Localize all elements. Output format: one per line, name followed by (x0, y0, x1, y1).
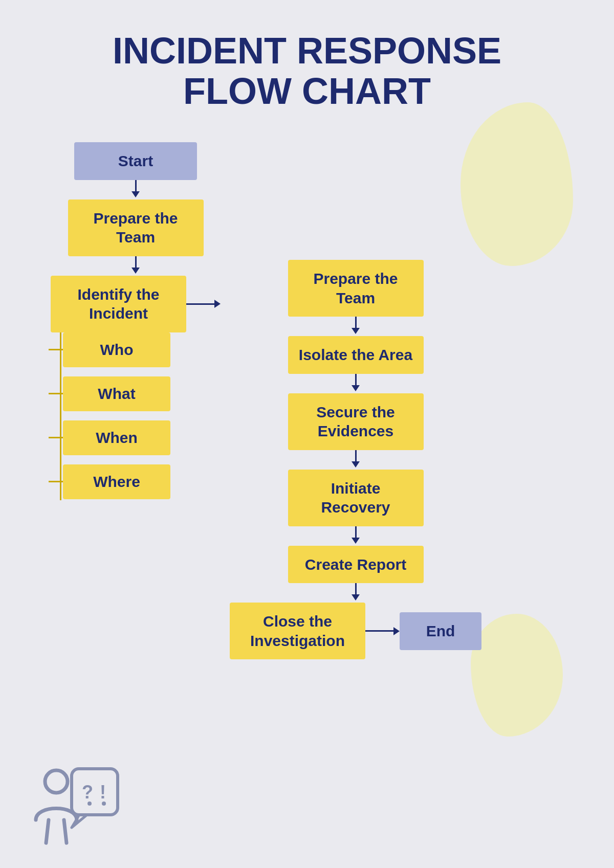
left-column: Start Prepare the Team Identify the Inci… (41, 142, 230, 659)
person-icon: ? ! (20, 753, 123, 856)
svg-point-6 (87, 802, 92, 806)
branch-vertical-line (60, 332, 61, 500)
create-report-box: Create Report (288, 546, 424, 584)
svg-point-0 (45, 770, 68, 793)
end-box: End (400, 612, 481, 650)
arrow-prepare-to-identify (131, 256, 140, 276)
flowchart: Start Prepare the Team Identify the Inci… (41, 142, 573, 659)
title-line1: INCIDENT RESPONSE (41, 31, 573, 71)
when-box: When (63, 420, 170, 455)
what-box: What (63, 376, 170, 411)
svg-line-2 (64, 820, 67, 843)
page-title: INCIDENT RESPONSE FLOW CHART (41, 31, 573, 112)
initiate-recovery-box: Initiate Recovery (288, 470, 424, 526)
branch-where: Where (49, 464, 170, 499)
who-box: Who (63, 332, 170, 367)
branch-who: Who (49, 332, 170, 367)
person-icon-area: ? ! (20, 753, 123, 858)
arrow-r4 (352, 526, 360, 546)
title-line2: FLOW CHART (41, 71, 573, 112)
branch-what: What (49, 376, 170, 411)
close-investigation-row: Close the Investigation End (230, 603, 481, 659)
start-box: Start (74, 142, 197, 180)
page: INCIDENT RESPONSE FLOW CHART Start Prepa… (0, 0, 614, 868)
close-investigation-box: Close the Investigation (230, 603, 365, 659)
svg-point-7 (102, 802, 106, 806)
svg-text:!: ! (100, 782, 106, 803)
svg-text:?: ? (82, 782, 93, 803)
branch-when: When (49, 420, 170, 455)
arrow-r2 (352, 374, 360, 393)
arrow-identify-right (186, 300, 221, 308)
identify-incident-box: Identify the Incident (51, 276, 186, 332)
isolate-area-box: Isolate the Area (288, 336, 424, 374)
svg-line-1 (46, 820, 49, 843)
arrow-r1 (352, 317, 360, 336)
arrow-r5 (352, 583, 360, 603)
right-prepare-team-box: Prepare the Team (288, 260, 424, 317)
branch-section: Who What When Where (49, 332, 238, 508)
arrow-r3 (352, 450, 360, 470)
where-box: Where (63, 464, 170, 499)
arrow-close-right (365, 627, 400, 635)
secure-evidences-box: Secure the Evidences (288, 393, 424, 450)
right-column: Prepare the Team Isolate the Area Secure… (261, 260, 450, 659)
identify-row: Identify the Incident (51, 276, 221, 332)
arrow-start-to-prepare (131, 180, 140, 199)
prepare-team-box: Prepare the Team (68, 199, 204, 256)
svg-rect-3 (72, 769, 118, 815)
